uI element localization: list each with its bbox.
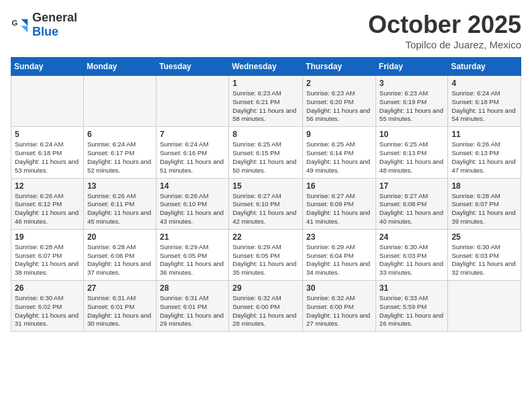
calendar-day-10: 10Sunrise: 6:25 AM Sunset: 6:13 PM Dayli…	[375, 127, 448, 178]
day-info: Sunrise: 6:24 AM Sunset: 6:18 PM Dayligh…	[15, 140, 80, 175]
day-info: Sunrise: 6:30 AM Sunset: 6:03 PM Dayligh…	[451, 243, 517, 277]
day-number: 5	[15, 130, 80, 139]
calendar-day-28: 28Sunrise: 6:31 AM Sunset: 6:01 PM Dayli…	[156, 281, 228, 332]
calendar-day-1: 1Sunrise: 6:23 AM Sunset: 6:21 PM Daylig…	[229, 76, 303, 127]
day-number: 23	[306, 232, 372, 242]
calendar-table: SundayMondayTuesdayWednesdayThursdayFrid…	[11, 57, 521, 332]
calendar-week-row: 12Sunrise: 6:26 AM Sunset: 6:12 PM Dayli…	[11, 178, 521, 229]
day-number: 2	[306, 79, 372, 88]
day-number: 14	[160, 181, 225, 191]
day-number: 31	[380, 283, 445, 293]
day-info: Sunrise: 6:31 AM Sunset: 6:01 PM Dayligh…	[160, 294, 225, 328]
calendar-day-29: 29Sunrise: 6:32 AM Sunset: 6:00 PM Dayli…	[229, 281, 303, 332]
day-info: Sunrise: 6:30 AM Sunset: 6:03 PM Dayligh…	[380, 243, 445, 277]
day-info: Sunrise: 6:26 AM Sunset: 6:13 PM Dayligh…	[451, 140, 517, 175]
day-number: 26	[15, 283, 80, 293]
calendar-day-25: 25Sunrise: 6:30 AM Sunset: 6:03 PM Dayli…	[448, 229, 521, 280]
calendar-day-16: 16Sunrise: 6:27 AM Sunset: 6:09 PM Dayli…	[303, 178, 376, 229]
calendar-day-12: 12Sunrise: 6:26 AM Sunset: 6:12 PM Dayli…	[11, 178, 84, 229]
calendar-day-20: 20Sunrise: 6:28 AM Sunset: 6:06 PM Dayli…	[83, 229, 156, 280]
day-number: 12	[15, 181, 80, 191]
day-info: Sunrise: 6:28 AM Sunset: 6:07 PM Dayligh…	[15, 243, 80, 277]
day-info: Sunrise: 6:33 AM Sunset: 5:59 PM Dayligh…	[380, 294, 445, 328]
day-number: 22	[232, 232, 299, 242]
day-info: Sunrise: 6:32 AM Sunset: 6:00 PM Dayligh…	[306, 294, 372, 328]
day-number: 21	[160, 232, 225, 242]
calendar-week-row: 1Sunrise: 6:23 AM Sunset: 6:21 PM Daylig…	[11, 76, 521, 127]
svg-marker-2	[21, 26, 28, 32]
day-number: 19	[15, 232, 80, 242]
day-number: 9	[306, 130, 372, 139]
day-info: Sunrise: 6:27 AM Sunset: 6:08 PM Dayligh…	[380, 192, 445, 226]
month-title: October 2025	[368, 11, 521, 39]
day-info: Sunrise: 6:24 AM Sunset: 6:17 PM Dayligh…	[87, 140, 152, 175]
day-number: 6	[87, 130, 152, 139]
svg-marker-1	[21, 19, 28, 26]
calendar-day-7: 7Sunrise: 6:24 AM Sunset: 6:16 PM Daylig…	[156, 127, 228, 178]
day-info: Sunrise: 6:31 AM Sunset: 6:01 PM Dayligh…	[87, 294, 152, 328]
weekday-header-sunday: Sunday	[11, 58, 84, 76]
day-info: Sunrise: 6:26 AM Sunset: 6:12 PM Dayligh…	[15, 192, 80, 226]
calendar-day-11: 11Sunrise: 6:26 AM Sunset: 6:13 PM Dayli…	[448, 127, 521, 178]
logo-icon: G	[11, 15, 30, 34]
day-number: 16	[306, 181, 372, 191]
calendar-day-21: 21Sunrise: 6:29 AM Sunset: 6:05 PM Dayli…	[156, 229, 228, 280]
day-info: Sunrise: 6:30 AM Sunset: 6:02 PM Dayligh…	[15, 294, 80, 328]
calendar-empty-cell	[156, 76, 228, 127]
weekday-header-thursday: Thursday	[303, 58, 376, 76]
day-info: Sunrise: 6:24 AM Sunset: 6:18 PM Dayligh…	[451, 89, 517, 124]
calendar-empty-cell	[11, 76, 84, 127]
logo-blue: Blue	[32, 25, 58, 38]
day-number: 10	[380, 130, 445, 139]
day-number: 17	[380, 181, 445, 191]
day-number: 8	[232, 130, 299, 139]
day-info: Sunrise: 6:27 AM Sunset: 6:10 PM Dayligh…	[232, 192, 299, 226]
day-info: Sunrise: 6:28 AM Sunset: 6:07 PM Dayligh…	[451, 192, 517, 226]
calendar-day-27: 27Sunrise: 6:31 AM Sunset: 6:01 PM Dayli…	[83, 281, 156, 332]
calendar-day-15: 15Sunrise: 6:27 AM Sunset: 6:10 PM Dayli…	[229, 178, 303, 229]
calendar-day-18: 18Sunrise: 6:28 AM Sunset: 6:07 PM Dayli…	[448, 178, 521, 229]
day-info: Sunrise: 6:24 AM Sunset: 6:16 PM Dayligh…	[160, 140, 225, 175]
day-number: 7	[160, 130, 225, 139]
day-info: Sunrise: 6:28 AM Sunset: 6:06 PM Dayligh…	[87, 243, 152, 277]
day-info: Sunrise: 6:25 AM Sunset: 6:13 PM Dayligh…	[380, 140, 445, 175]
day-info: Sunrise: 6:23 AM Sunset: 6:21 PM Dayligh…	[232, 89, 299, 124]
weekday-header-row: SundayMondayTuesdayWednesdayThursdayFrid…	[11, 58, 521, 76]
calendar-day-24: 24Sunrise: 6:30 AM Sunset: 6:03 PM Dayli…	[375, 229, 448, 280]
day-number: 29	[232, 283, 299, 293]
day-info: Sunrise: 6:29 AM Sunset: 6:04 PM Dayligh…	[306, 243, 372, 277]
day-info: Sunrise: 6:26 AM Sunset: 6:11 PM Dayligh…	[87, 192, 152, 226]
weekday-header-saturday: Saturday	[448, 58, 521, 76]
weekday-header-friday: Friday	[375, 58, 448, 76]
calendar-day-22: 22Sunrise: 6:29 AM Sunset: 6:05 PM Dayli…	[229, 229, 303, 280]
calendar-day-26: 26Sunrise: 6:30 AM Sunset: 6:02 PM Dayli…	[11, 281, 84, 332]
calendar-day-5: 5Sunrise: 6:24 AM Sunset: 6:18 PM Daylig…	[11, 127, 84, 178]
location: Topilco de Juarez, Mexico	[368, 39, 521, 50]
calendar-day-23: 23Sunrise: 6:29 AM Sunset: 6:04 PM Dayli…	[303, 229, 376, 280]
day-number: 27	[87, 283, 152, 293]
day-number: 30	[306, 283, 372, 293]
logo-general: General	[32, 11, 77, 24]
calendar-week-row: 26Sunrise: 6:30 AM Sunset: 6:02 PM Dayli…	[11, 281, 521, 332]
day-number: 13	[87, 181, 152, 191]
day-number: 15	[232, 181, 299, 191]
day-info: Sunrise: 6:23 AM Sunset: 6:20 PM Dayligh…	[306, 89, 372, 124]
day-number: 18	[451, 181, 517, 191]
day-number: 25	[451, 232, 517, 242]
calendar-day-9: 9Sunrise: 6:25 AM Sunset: 6:14 PM Daylig…	[303, 127, 376, 178]
day-number: 11	[451, 130, 517, 139]
calendar-week-row: 5Sunrise: 6:24 AM Sunset: 6:18 PM Daylig…	[11, 127, 521, 178]
day-info: Sunrise: 6:32 AM Sunset: 6:00 PM Dayligh…	[232, 294, 299, 328]
day-info: Sunrise: 6:25 AM Sunset: 6:15 PM Dayligh…	[232, 140, 299, 175]
calendar-day-6: 6Sunrise: 6:24 AM Sunset: 6:17 PM Daylig…	[83, 127, 156, 178]
weekday-header-tuesday: Tuesday	[156, 58, 228, 76]
day-info: Sunrise: 6:29 AM Sunset: 6:05 PM Dayligh…	[232, 243, 299, 277]
day-info: Sunrise: 6:26 AM Sunset: 6:10 PM Dayligh…	[160, 192, 225, 226]
day-info: Sunrise: 6:29 AM Sunset: 6:05 PM Dayligh…	[160, 243, 225, 277]
calendar-day-19: 19Sunrise: 6:28 AM Sunset: 6:07 PM Dayli…	[11, 229, 84, 280]
calendar-day-2: 2Sunrise: 6:23 AM Sunset: 6:20 PM Daylig…	[303, 76, 376, 127]
day-number: 3	[380, 79, 445, 88]
calendar-week-row: 19Sunrise: 6:28 AM Sunset: 6:07 PM Dayli…	[11, 229, 521, 280]
calendar-day-13: 13Sunrise: 6:26 AM Sunset: 6:11 PM Dayli…	[83, 178, 156, 229]
weekday-header-monday: Monday	[83, 58, 156, 76]
